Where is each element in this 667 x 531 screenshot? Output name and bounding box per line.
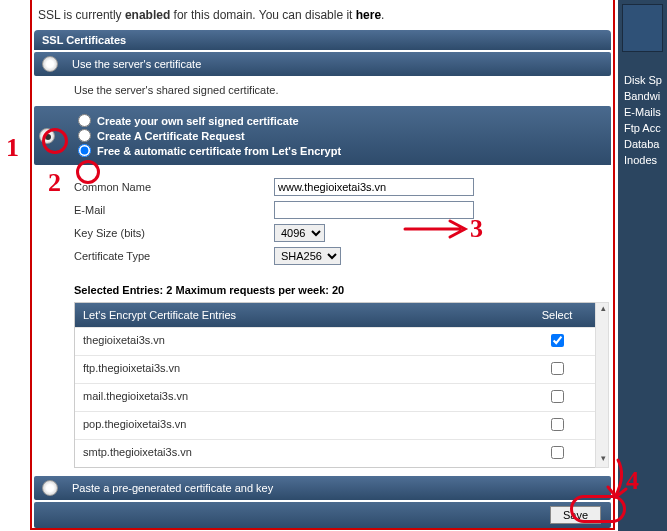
opt-csr[interactable]: Create A Certificate Request bbox=[78, 129, 605, 142]
sidebar-stat-item: Ftp Acc bbox=[618, 120, 667, 136]
table-row: ftp.thegioixetai3s.vn bbox=[75, 355, 602, 383]
scroll-up-arrow-icon[interactable]: ▴ bbox=[596, 303, 610, 317]
opt-self-signed-label[interactable]: Create your own self signed certificate bbox=[97, 115, 299, 127]
entry-name: ftp.thegioixetai3s.vn bbox=[75, 356, 512, 383]
opt-csr-radio[interactable] bbox=[78, 129, 91, 142]
keysize-label: Key Size (bits) bbox=[74, 227, 274, 239]
entry-select-checkbox[interactable] bbox=[551, 418, 564, 431]
opt-csr-label[interactable]: Create A Certificate Request bbox=[97, 130, 245, 142]
ssl-certificates-header: SSL Certificates bbox=[34, 30, 611, 50]
disable-ssl-link[interactable]: here bbox=[356, 8, 381, 22]
opt-letsencrypt[interactable]: Free & automatic certificate from Let's … bbox=[78, 144, 605, 157]
annotation-1: 1 bbox=[6, 133, 19, 163]
sidebar-stat-item: Bandwi bbox=[618, 88, 667, 104]
opt-letsencrypt-radio[interactable] bbox=[78, 144, 91, 157]
table-row: mail.thegioixetai3s.vn bbox=[75, 383, 602, 411]
entry-select-checkbox[interactable] bbox=[551, 446, 564, 459]
ssl-status-text: SSL is currently enabled for this domain… bbox=[34, 0, 611, 30]
entries-header: Let's Encrypt Certificate Entries Select bbox=[75, 303, 602, 327]
certtype-label: Certificate Type bbox=[74, 250, 274, 262]
entry-select-checkbox[interactable] bbox=[551, 334, 564, 347]
opt-self-signed-radio[interactable] bbox=[78, 114, 91, 127]
sidebar-stat-item: Inodes bbox=[618, 152, 667, 168]
paste-cert-row[interactable]: Paste a pre-generated certificate and ke… bbox=[34, 476, 611, 500]
save-bar: Save bbox=[34, 502, 611, 528]
sidebar-top-box bbox=[622, 4, 663, 52]
email-label: E-Mail bbox=[74, 204, 274, 216]
table-row: thegioixetai3s.vn bbox=[75, 327, 602, 355]
use-server-cert-row[interactable]: Use the server's certificate bbox=[34, 52, 611, 76]
certtype-select[interactable]: SHA256 bbox=[274, 247, 341, 265]
common-name-label: Common Name bbox=[74, 181, 274, 193]
common-name-input[interactable] bbox=[274, 178, 474, 196]
entry-select-checkbox[interactable] bbox=[551, 362, 564, 375]
sidebar-stat-item: E-Mails bbox=[618, 104, 667, 120]
use-server-cert-link[interactable]: Use the server's certificate bbox=[72, 58, 201, 70]
paste-cert-radio[interactable] bbox=[42, 480, 58, 496]
save-button[interactable]: Save bbox=[550, 506, 601, 524]
opt-letsencrypt-label[interactable]: Free & automatic certificate from Let's … bbox=[97, 145, 341, 157]
email-input[interactable] bbox=[274, 201, 474, 219]
opt-self-signed[interactable]: Create your own self signed certificate bbox=[78, 114, 605, 127]
entry-name: thegioixetai3s.vn bbox=[75, 328, 512, 355]
entries-header-name: Let's Encrypt Certificate Entries bbox=[75, 303, 512, 327]
paste-cert-link[interactable]: Paste a pre-generated certificate and ke… bbox=[72, 482, 273, 494]
table-row: pop.thegioixetai3s.vn bbox=[75, 411, 602, 439]
create-cert-group-radio[interactable] bbox=[39, 128, 55, 144]
entry-name: smtp.thegioixetai3s.vn bbox=[75, 440, 512, 467]
keysize-select[interactable]: 4096 bbox=[274, 224, 325, 242]
use-server-cert-desc: Use the server's shared signed certifica… bbox=[34, 76, 611, 104]
sidebar-stat-item: Disk Sp bbox=[618, 72, 667, 88]
entry-name: pop.thegioixetai3s.vn bbox=[75, 412, 512, 439]
entries-table: Let's Encrypt Certificate Entries Select… bbox=[74, 302, 603, 468]
right-sidebar: Disk SpBandwiE-MailsFtp AccDatabaInodes bbox=[618, 0, 667, 531]
entry-select-checkbox[interactable] bbox=[551, 390, 564, 403]
table-row: smtp.thegioixetai3s.vn bbox=[75, 439, 602, 467]
entries-scrollbar[interactable]: ▴ ▾ bbox=[595, 302, 609, 468]
entries-header-select: Select bbox=[512, 303, 602, 327]
entry-name: mail.thegioixetai3s.vn bbox=[75, 384, 512, 411]
selection-summary: Selected Entries: 2 Maximum requests per… bbox=[34, 278, 611, 302]
use-server-cert-radio[interactable] bbox=[42, 56, 58, 72]
sidebar-stat-item: Databa bbox=[618, 136, 667, 152]
scroll-down-arrow-icon[interactable]: ▾ bbox=[596, 453, 610, 467]
